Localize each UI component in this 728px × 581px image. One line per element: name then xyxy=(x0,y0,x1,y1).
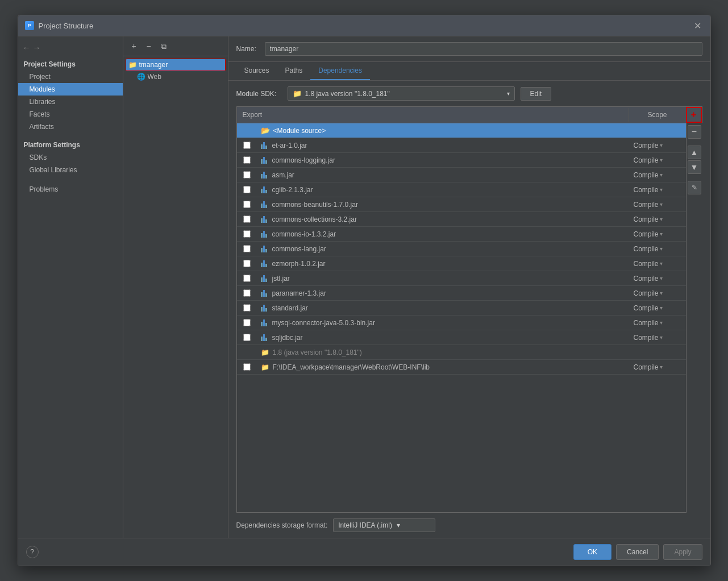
dep-sqljdbc-scope[interactable]: Compile ▾ xyxy=(629,332,686,343)
sidebar-item-libraries[interactable]: Libraries xyxy=(18,96,123,108)
storage-dropdown-icon: ▾ xyxy=(397,521,400,529)
tree-copy-button[interactable]: ⧉ xyxy=(157,40,170,52)
close-button[interactable]: ✕ xyxy=(692,20,704,31)
dep-paranamer-checkbox[interactable] xyxy=(237,289,257,297)
help-button[interactable]: ? xyxy=(26,546,39,558)
storage-select[interactable]: IntelliJ IDEA (.iml) ▾ xyxy=(333,518,435,532)
dep-standard-scope[interactable]: Compile ▾ xyxy=(629,302,686,314)
sdk-select-inner: 📁 1.8 java version "1.8.0_181" xyxy=(293,89,390,98)
dep-row-et-ar[interactable]: et-ar-1.0.jar Compile ▾ xyxy=(237,138,686,153)
dep-ezmorph-scope[interactable]: Compile ▾ xyxy=(629,258,686,269)
dep-mysql-checkbox[interactable] xyxy=(237,319,257,326)
dialog-footer: ? OK Cancel Apply xyxy=(18,538,710,566)
dep-row-standard[interactable]: standard.jar Compile ▾ xyxy=(237,301,686,316)
sdk-label: Module SDK: xyxy=(236,90,282,98)
dep-row-java18[interactable]: 📁 1.8 (java version "1.8.0_181") xyxy=(237,345,686,360)
tree-item-web[interactable]: 🌐 Web xyxy=(126,71,226,82)
dep-row-paranamer[interactable]: paranamer-1.3.jar Compile ▾ xyxy=(237,286,686,301)
dep-et-ar-checkbox[interactable] xyxy=(237,142,257,149)
dep-webroot-scope[interactable]: Compile ▾ xyxy=(629,362,686,373)
dep-row-cglib[interactable]: cglib-2.1.3.jar Compile ▾ xyxy=(237,182,686,197)
dep-row-commons-io[interactable]: commons-io-1.3.2.jar Compile ▾ xyxy=(237,227,686,242)
dep-row-mysql[interactable]: mysql-connector-java-5.0.3-bin.jar Compi… xyxy=(237,316,686,330)
dep-commons-collections-checkbox[interactable] xyxy=(237,215,257,223)
cancel-button[interactable]: Cancel xyxy=(616,544,659,560)
module-source-label: <Module source> xyxy=(273,127,326,135)
scope-dropdown-icon: ▾ xyxy=(660,172,663,178)
dep-sqljdbc-checkbox[interactable] xyxy=(237,334,257,341)
sidebar-item-sdks[interactable]: SDKs xyxy=(18,151,123,164)
folder-dep-icon: 📁 xyxy=(261,363,269,371)
deps-down-button[interactable]: ▼ xyxy=(688,160,701,174)
sidebar-item-artifacts[interactable]: Artifacts xyxy=(18,121,123,133)
tab-paths[interactable]: Paths xyxy=(277,62,311,80)
dep-commons-io-checkbox[interactable] xyxy=(237,230,257,238)
app-icon: P xyxy=(25,21,34,30)
back-arrow[interactable]: ← xyxy=(23,43,31,52)
dep-paranamer-name: paranamer-1.3.jar xyxy=(257,288,629,299)
dep-row-sqljdbc[interactable]: sqljdbc.jar Compile ▾ xyxy=(237,330,686,345)
dep-cglib-checkbox[interactable] xyxy=(237,186,257,193)
tab-sources[interactable]: Sources xyxy=(236,62,277,80)
dep-jstl-checkbox[interactable] xyxy=(237,275,257,282)
dep-cglib-scope[interactable]: Compile ▾ xyxy=(629,184,686,196)
sidebar-item-modules[interactable]: Modules xyxy=(18,83,123,96)
name-input[interactable] xyxy=(265,42,702,56)
module-tree: + − ⧉ 📁 tmanager 🌐 Web xyxy=(123,36,228,538)
dep-standard-checkbox[interactable] xyxy=(237,304,257,312)
dep-row-commons-lang[interactable]: commons-lang.jar Compile ▾ xyxy=(237,242,686,256)
edit-sdk-button[interactable]: Edit xyxy=(521,87,552,101)
sidebar-problems-label: Problems xyxy=(30,185,59,193)
sidebar-libraries-label: Libraries xyxy=(30,98,56,106)
tree-add-button[interactable]: + xyxy=(128,40,140,52)
sidebar-item-global-libraries[interactable]: Global Libraries xyxy=(18,164,123,176)
scope-dropdown-icon: ▾ xyxy=(660,290,663,296)
deps-remove-button[interactable]: − xyxy=(688,125,701,139)
sidebar-item-facets[interactable]: Facets xyxy=(18,108,123,121)
dep-commons-io-scope[interactable]: Compile ▾ xyxy=(629,229,686,240)
dep-row-ezmorph[interactable]: ezmorph-1.0.2.jar Compile ▾ xyxy=(237,256,686,271)
dep-commons-collections-scope[interactable]: Compile ▾ xyxy=(629,214,686,225)
jar-icon xyxy=(261,157,269,164)
dep-asm-scope[interactable]: Compile ▾ xyxy=(629,169,686,181)
dep-row-asm[interactable]: asm.jar Compile ▾ xyxy=(237,168,686,182)
tree-item-tmanager[interactable]: 📁 tmanager xyxy=(126,59,226,71)
tab-dependencies[interactable]: Dependencies xyxy=(310,62,370,80)
dep-sqljdbc-name: sqljdbc.jar xyxy=(257,332,629,343)
dep-commons-lang-checkbox[interactable] xyxy=(237,245,257,252)
sidebar-item-problems[interactable]: Problems xyxy=(18,183,123,196)
sdk-select[interactable]: 📁 1.8 java version "1.8.0_181" ▾ xyxy=(288,86,515,101)
dep-ezmorph-checkbox[interactable] xyxy=(237,260,257,267)
dep-commons-lang-scope[interactable]: Compile ▾ xyxy=(629,243,686,255)
dep-row-webroot-lib[interactable]: 📁 F:\IDEA_workpace\tmanager\WebRoot\WEB-… xyxy=(237,360,686,375)
name-row: Name: xyxy=(228,36,710,62)
dep-et-ar-scope[interactable]: Compile ▾ xyxy=(629,140,686,151)
sidebar-item-project[interactable]: Project xyxy=(18,70,123,83)
jar-icon xyxy=(261,319,269,326)
deps-up-button[interactable]: ▲ xyxy=(688,146,701,159)
tree-remove-button[interactable]: − xyxy=(143,40,155,52)
dep-row-jstl[interactable]: jstl.jar Compile ▾ xyxy=(237,271,686,286)
dep-row-commons-beanutils[interactable]: commons-beanutils-1.7.0.jar Compile ▾ xyxy=(237,197,686,212)
dep-row-module-source[interactable]: 📂 <Module source> xyxy=(237,123,686,138)
dep-jstl-scope[interactable]: Compile ▾ xyxy=(629,273,686,284)
tree-content: 📁 tmanager 🌐 Web xyxy=(123,56,228,538)
forward-arrow[interactable]: → xyxy=(33,43,41,52)
dep-commons-logging-checkbox[interactable] xyxy=(237,156,257,164)
dep-commons-beanutils-checkbox[interactable] xyxy=(237,201,257,208)
deps-edit-button[interactable]: ✎ xyxy=(688,181,701,194)
dep-mysql-scope[interactable]: Compile ▾ xyxy=(629,317,686,329)
tree-item-tmanager-label: tmanager xyxy=(139,61,168,69)
dep-webroot-checkbox[interactable] xyxy=(237,363,257,371)
dep-commons-beanutils-scope[interactable]: Compile ▾ xyxy=(629,199,686,210)
dep-row-commons-logging[interactable]: commons-logging.jar Compile ▾ xyxy=(237,153,686,168)
deps-add-button[interactable]: + xyxy=(686,107,702,123)
apply-button: Apply xyxy=(663,544,702,560)
dep-asm-checkbox[interactable] xyxy=(237,171,257,179)
dep-paranamer-scope[interactable]: Compile ▾ xyxy=(629,288,686,299)
dep-commons-logging-scope[interactable]: Compile ▾ xyxy=(629,155,686,166)
dep-row-commons-collections[interactable]: commons-collections-3.2.jar Compile ▾ xyxy=(237,212,686,227)
ok-button[interactable]: OK xyxy=(573,544,611,560)
dep-asm-name: asm.jar xyxy=(257,169,629,181)
project-settings-label: Project Settings xyxy=(18,57,123,70)
